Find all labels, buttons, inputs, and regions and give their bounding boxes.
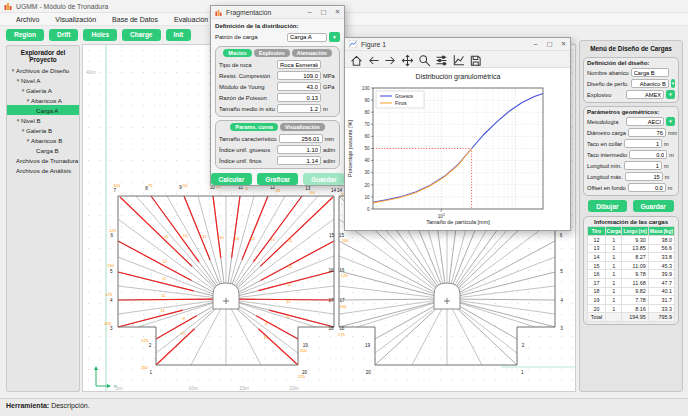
- taco-intermedio-input[interactable]: [629, 150, 667, 159]
- maximize-icon[interactable]: ▢: [543, 40, 556, 48]
- tree-item-archivos-de-an-lisis[interactable]: Archivos de Análisis: [7, 165, 79, 175]
- field-longitud-m-x: Longitud máx.m: [587, 171, 675, 182]
- tab-explosivo[interactable]: Explosivo: [254, 49, 290, 57]
- chevron-down-icon[interactable]: ▼: [671, 79, 675, 88]
- hole-number-label: 2: [522, 343, 525, 348]
- tipo-de-roca-input[interactable]: [277, 60, 321, 69]
- guardar-button: Guardar: [303, 173, 344, 185]
- resist-compresi-n-input[interactable]: [277, 71, 321, 80]
- menu-item-visualizaci-n[interactable]: Visualización: [47, 16, 104, 23]
- tama-o-caracter-stico-input[interactable]: [279, 134, 323, 143]
- hole-delay-label: 25: [276, 188, 281, 193]
- maximize-icon[interactable]: ▢: [317, 8, 330, 16]
- fragmentation-dialog-titlebar[interactable]: Fragmentación – ▢ ✕: [211, 6, 344, 19]
- tama-o-medio-in-situ-input[interactable]: [277, 104, 321, 113]
- offset-en-fondo-input[interactable]: [628, 183, 666, 192]
- table-cell: 56.6: [648, 244, 674, 253]
- figure-titlebar[interactable]: Figure 1 – ▢ ✕: [345, 38, 570, 51]
- minimize-icon[interactable]: –: [303, 8, 316, 16]
- raz-n-de-poisson-input[interactable]: [277, 93, 321, 102]
- drill-hole-line: [339, 241, 447, 299]
- tree-item-carga-a[interactable]: Carga A: [7, 105, 79, 115]
- taco-en-collar-input[interactable]: [624, 139, 662, 148]
- hole-number-label: 15: [339, 233, 345, 238]
- nombre-abanico-input[interactable]: [631, 68, 669, 77]
- init-button[interactable]: Init: [166, 29, 192, 41]
- table-cell: 15: [588, 261, 606, 270]
- chevron-down-icon[interactable]: ▼: [666, 117, 675, 126]
- field-unit: m: [664, 163, 675, 169]
- menu-item-base-de-datos[interactable]: Base de Datos: [104, 16, 166, 23]
- dibujar-button[interactable]: Dibujar: [588, 200, 626, 212]
- home-icon[interactable]: [350, 53, 363, 66]
- longitud-m-x-input[interactable]: [625, 172, 663, 181]
- table-cell: 1: [605, 287, 622, 296]
- holes-button[interactable]: Holes: [83, 29, 117, 41]
- forward-icon[interactable]: [384, 53, 397, 66]
- tree-item-abanicos-a[interactable]: ▾Abanicos A: [7, 95, 79, 105]
- tree-item-nivel-b[interactable]: ▾Nivel B: [7, 115, 79, 125]
- tree-item-galer-a-b[interactable]: ▾Galería B: [7, 125, 79, 135]
- close-icon[interactable]: ✕: [331, 8, 344, 16]
- table-cell: 19: [588, 296, 606, 305]
- curve-group: Params. curvaVisualización Tamaño caract…: [215, 120, 340, 169]
- hole-delay-label: 100: [342, 238, 350, 243]
- m-dulo-de-young-input[interactable]: [277, 82, 321, 91]
- explosivo-select[interactable]: [626, 90, 664, 99]
- hole-number-label: 15: [329, 233, 335, 238]
- dialog-field-label: Índice unif. gruesos: [219, 147, 275, 153]
- table-row: 2018.1633.3: [588, 304, 675, 313]
- longitud-m-n-input[interactable]: [624, 161, 662, 170]
- charge-pattern-select[interactable]: [287, 33, 327, 42]
- calcular-button[interactable]: Calcular: [211, 173, 253, 185]
- tree-item-label: Archivos de Análisis: [16, 167, 71, 174]
- region-button[interactable]: Region: [6, 29, 44, 41]
- tab-params-curva[interactable]: Params. curva: [230, 123, 278, 131]
- ndice-unif-gruesos-input[interactable]: [277, 145, 321, 154]
- charge-line: [151, 196, 199, 262]
- tree-item-archivos-de-dise-o[interactable]: ▾Archivos de Diseño: [7, 65, 79, 75]
- hole-number-label: 16: [329, 268, 335, 273]
- pan-icon[interactable]: [401, 53, 414, 66]
- y-tick-label: 40: [364, 158, 370, 163]
- table-cell: 47.7: [648, 278, 674, 287]
- menu-item-evaluaci-n[interactable]: Evaluación: [166, 16, 216, 23]
- tree-item-label: Galería B: [26, 127, 52, 134]
- chevron-down-icon[interactable]: ▼: [666, 90, 675, 99]
- hole-number-label: 2: [149, 343, 152, 348]
- menu-item-archivo[interactable]: Archivo: [8, 16, 47, 23]
- chart-legend: GruesosFinos: [376, 91, 424, 108]
- hole-number-label: 19: [365, 343, 371, 348]
- hole-number-label: 4: [560, 298, 563, 303]
- field-nombre-abanico: Nombre abanico: [587, 67, 675, 78]
- ndice-unif-finos-input[interactable]: [277, 156, 321, 165]
- drill-hole-line: [447, 299, 555, 300]
- tree-item-galer-a-a[interactable]: ▾Galería A: [7, 85, 79, 95]
- tree-item-nivel-a[interactable]: ▾Nivel A: [7, 75, 79, 85]
- hole-number-label: 19: [303, 343, 309, 348]
- close-icon[interactable]: ✕: [557, 40, 570, 48]
- di-metro-carga-input[interactable]: [628, 128, 666, 137]
- plot-icon[interactable]: [452, 53, 465, 66]
- drift-button[interactable]: Drift: [49, 29, 78, 41]
- back-icon[interactable]: [367, 53, 380, 66]
- hole-delay-label: 125: [341, 273, 349, 278]
- tab-macizo[interactable]: Macizo: [223, 49, 251, 57]
- metodolog-a-select[interactable]: [626, 117, 664, 126]
- tab-visualizaci-n[interactable]: Visualización: [280, 123, 325, 131]
- graficar-button[interactable]: Graficar: [257, 173, 298, 185]
- tree-item-carga-b[interactable]: Carga B: [7, 145, 79, 155]
- minimize-icon[interactable]: –: [529, 40, 542, 48]
- tree-item-archivos-de-tronadura[interactable]: Archivos de Tronadura: [7, 155, 79, 165]
- guardar-button[interactable]: Guardar: [633, 200, 674, 212]
- tree-item-abanicos-b[interactable]: ▾Abanicos B: [7, 135, 79, 145]
- window-title: UGMM - Módulo de Tronadura: [16, 3, 108, 10]
- sliders-icon[interactable]: [435, 53, 448, 66]
- save-icon[interactable]: [469, 53, 482, 66]
- zoom-icon[interactable]: [418, 53, 431, 66]
- table-cell: 9.78: [622, 270, 648, 279]
- charge-button[interactable]: Charge: [122, 29, 160, 41]
- chevron-down-icon[interactable]: ▼: [329, 32, 340, 42]
- dise-o-de-perfo-select[interactable]: [631, 79, 669, 88]
- tab-atenuaci-n[interactable]: Atenuación: [292, 49, 332, 57]
